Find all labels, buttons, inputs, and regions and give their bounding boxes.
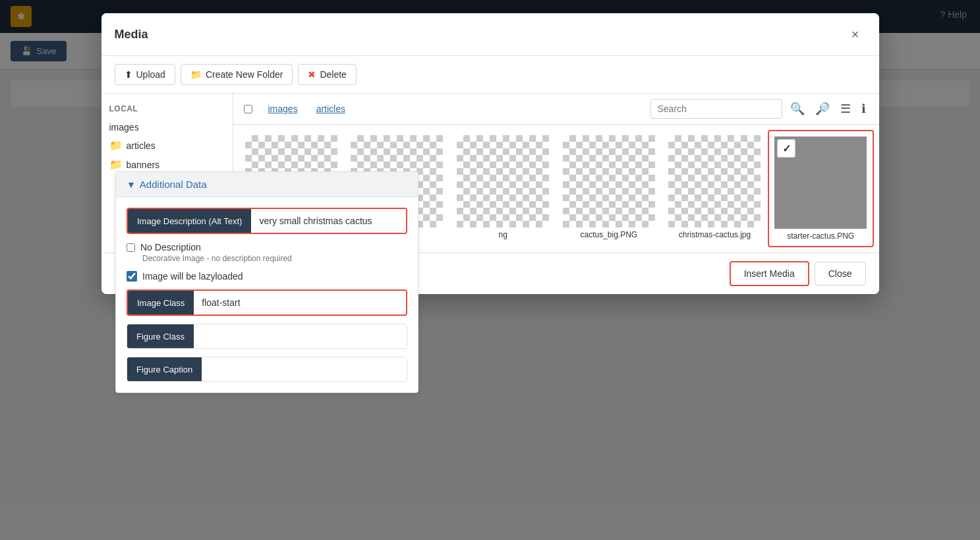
articles-label: articles xyxy=(127,140,156,151)
checkered-bg xyxy=(668,135,761,227)
tab-images[interactable]: images xyxy=(260,100,306,118)
tabs-area: images articles xyxy=(244,100,354,118)
create-folder-button[interactable]: 📁 Create New Folder xyxy=(181,64,293,85)
image-description-field: Image Description (Alt Text) xyxy=(233,208,408,234)
file-name: cactus_big.PNG xyxy=(580,230,637,239)
additional-data-panel: ▼ Additional Data Image Description (Alt… xyxy=(233,171,419,253)
sidebar-item-images[interactable]: images xyxy=(101,119,233,136)
list-view-icon[interactable]: ☰ xyxy=(838,99,853,119)
file-item[interactable]: ng xyxy=(450,130,556,247)
images-label: images xyxy=(109,122,139,133)
main-topbar: images articles 🔍 🔎 ☰ ℹ xyxy=(233,94,879,125)
additional-data-body: Image Description (Alt Text) No Descript… xyxy=(233,197,418,253)
search-area: 🔍 🔎 ☰ ℹ xyxy=(650,99,869,119)
close-modal-button[interactable]: Close xyxy=(815,262,866,285)
file-thumbnail: ✓ xyxy=(774,136,867,229)
upload-button[interactable]: ⬆ Upload xyxy=(115,64,175,85)
image-description-input[interactable] xyxy=(251,209,406,233)
file-item[interactable]: cactus_big.PNG xyxy=(556,130,662,247)
modal-header: Media × xyxy=(101,13,879,56)
file-name: starter-cactus.PNG xyxy=(787,231,854,241)
modal-toolbar: ⬆ Upload 📁 Create New Folder ✖ Delete xyxy=(101,56,879,94)
zoom-out-icon[interactable]: 🔍 xyxy=(788,99,807,119)
main-content-area: images articles 🔍 🔎 ☰ ℹ xyxy=(233,94,879,253)
modal-body: Local images 📁 articles 📁 banners xyxy=(101,94,879,253)
checkered-bg xyxy=(563,135,655,227)
modal-overlay: Media × ⬆ Upload 📁 Create New Folder ✖ D… xyxy=(0,0,980,540)
upload-icon: ⬆ xyxy=(125,69,132,80)
select-all-checkbox[interactable] xyxy=(244,105,252,113)
sidebar-section-local: Local xyxy=(101,102,233,119)
file-name: christmas-cactus.jpg xyxy=(679,230,751,239)
file-item[interactable]: christmas-cactus.jpg xyxy=(662,130,768,247)
additional-data-header[interactable]: ▼ Additional Data xyxy=(233,172,418,197)
file-thumbnail xyxy=(668,135,761,227)
modal-title: Media xyxy=(115,28,148,42)
media-modal: Media × ⬆ Upload 📁 Create New Folder ✖ D… xyxy=(101,13,879,294)
tab-articles[interactable]: articles xyxy=(308,100,353,118)
sidebar-item-articles[interactable]: 📁 articles xyxy=(101,136,233,155)
info-icon[interactable]: ℹ xyxy=(859,99,869,119)
insert-media-button[interactable]: Insert Media xyxy=(730,261,809,286)
file-thumbnail xyxy=(457,135,549,227)
file-name: ng xyxy=(498,230,507,239)
delete-button[interactable]: ✖ Delete xyxy=(298,64,356,85)
checkered-bg xyxy=(457,135,549,227)
articles-folder-icon: 📁 xyxy=(109,139,123,152)
selected-checkmark: ✓ xyxy=(777,139,795,158)
banners-label: banners xyxy=(127,160,160,170)
file-item-selected[interactable]: ✓ starter-cactus.PNG xyxy=(768,130,874,247)
delete-icon: ✖ xyxy=(308,69,316,80)
zoom-in-icon[interactable]: 🔎 xyxy=(813,99,832,119)
folder-icon: 📁 xyxy=(190,69,202,80)
banners-folder-icon: 📁 xyxy=(109,158,123,171)
no-description-label[interactable]: No Description xyxy=(233,242,408,253)
file-thumbnail xyxy=(563,135,655,227)
modal-close-button[interactable]: × xyxy=(845,24,866,45)
no-description-row: No Description Decorative Image - no des… xyxy=(233,242,408,253)
image-description-label: Image Description (Alt Text) xyxy=(233,209,252,233)
search-input[interactable] xyxy=(650,99,782,119)
